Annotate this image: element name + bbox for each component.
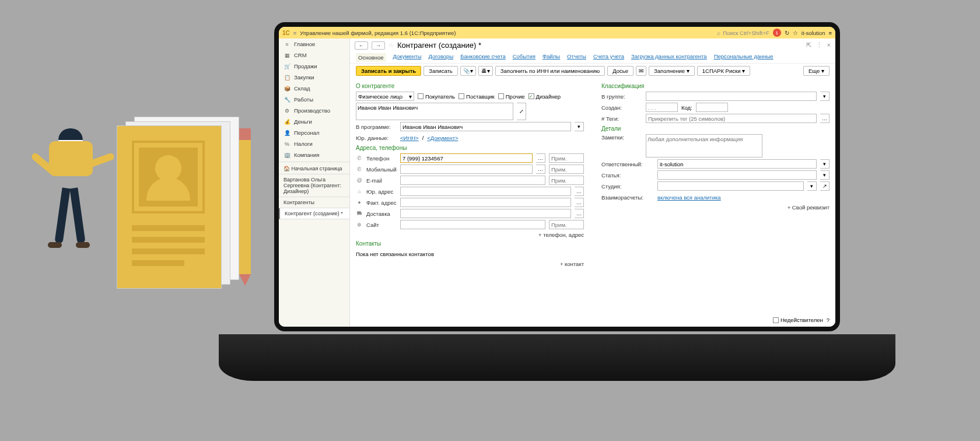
more-button[interactable]: Еще ▾: [803, 66, 830, 76]
delivery-more-icon[interactable]: …: [575, 209, 584, 218]
tab-contracts[interactable]: Договоры: [429, 53, 454, 62]
fill-inn-button[interactable]: Заполнить по ИНН или наименованию: [495, 66, 605, 76]
notification-badge[interactable]: 1: [773, 29, 781, 37]
add-requisite-link[interactable]: + Свой реквизит: [601, 204, 830, 211]
tab-events[interactable]: События: [513, 53, 536, 62]
designer-checkbox[interactable]: Дизайнер: [528, 93, 561, 100]
status-field[interactable]: [657, 170, 817, 180]
mail-button[interactable]: ✉: [636, 66, 646, 76]
delivery-field[interactable]: [400, 209, 571, 218]
save-close-button[interactable]: Записать и закрыть: [356, 66, 421, 76]
sidebar-item-warehouse[interactable]: 📦Склад: [279, 83, 349, 94]
sidebar-item-crm[interactable]: ▦CRM: [279, 50, 349, 61]
dossier-button[interactable]: Досье: [607, 66, 634, 76]
add-contact-link[interactable]: + контакт: [356, 261, 584, 267]
history-icon[interactable]: ↻: [785, 30, 789, 36]
status-label: Статья:: [601, 172, 654, 178]
tags-more-icon[interactable]: …: [820, 114, 830, 123]
tab-main[interactable]: Основное: [356, 53, 386, 62]
dropdown-icon[interactable]: ▾: [575, 122, 584, 131]
mobile-note[interactable]: [549, 164, 584, 174]
tab-personal[interactable]: Персональные данные: [714, 53, 774, 62]
email-field[interactable]: [400, 176, 545, 185]
mobile-field[interactable]: [400, 164, 533, 174]
site-note[interactable]: [549, 220, 584, 229]
user-label[interactable]: it-solution: [802, 30, 825, 36]
close-icon[interactable]: ×: [827, 41, 831, 49]
phone-note[interactable]: [549, 153, 584, 163]
phone-field[interactable]: [400, 153, 533, 163]
sidebar-item-taxes[interactable]: %Налоги: [279, 138, 349, 149]
sidebar-item-money[interactable]: 💰Деньги: [279, 116, 349, 127]
sidebar-item-purchases[interactable]: 📋Закупки: [279, 72, 349, 83]
hamburger-icon[interactable]: ≡: [293, 30, 297, 36]
sidebar-item-main[interactable]: ≡Главное: [279, 38, 349, 50]
code-field[interactable]: [696, 103, 728, 112]
sidebar-item-works[interactable]: 🔧Работы: [279, 94, 349, 105]
studio-open-icon[interactable]: ↗: [820, 181, 830, 191]
link-icon[interactable]: ⇱: [806, 41, 811, 49]
in-program-field[interactable]: [400, 122, 571, 131]
phone-more-icon[interactable]: …: [536, 153, 545, 163]
fact-addr-field[interactable]: [400, 198, 571, 207]
search-icon[interactable]: ⌕: [717, 30, 720, 36]
attach-button[interactable]: 📎▾: [460, 66, 476, 76]
sidebar-tab-contractors[interactable]: Контрагенты: [279, 197, 349, 208]
sidebar-tab-contractor1[interactable]: Вартанова Ольга Сергеевна (Контрагент: Д…: [279, 174, 349, 197]
studio-field[interactable]: [657, 181, 804, 191]
legal-addr-field[interactable]: [400, 187, 571, 196]
sidebar-item-production[interactable]: ⚙Производство: [279, 105, 349, 116]
tab-reports[interactable]: Отчеты: [567, 53, 586, 62]
help-icon[interactable]: ?: [827, 317, 830, 323]
notes-field[interactable]: [646, 134, 762, 158]
menu-icon[interactable]: ≡: [828, 30, 832, 36]
invalid-checkbox[interactable]: Недействителен: [773, 317, 823, 323]
nav-forward-button[interactable]: →: [372, 41, 385, 50]
tab-files[interactable]: Файлы: [542, 53, 560, 62]
tab-accounts[interactable]: Счета учета: [593, 53, 624, 62]
fill-button[interactable]: Заполнение ▾: [649, 66, 695, 76]
sidebar-tab-create[interactable]: Контрагент (создание) *: [279, 208, 349, 219]
other-checkbox[interactable]: Прочие: [498, 93, 525, 100]
responsible-field[interactable]: [657, 159, 817, 169]
legal-label: Юр. данные:: [356, 135, 397, 141]
nav-back-button[interactable]: ←: [355, 41, 368, 50]
site-field[interactable]: [400, 220, 545, 229]
add-phone-link[interactable]: + телефон, адрес: [356, 232, 584, 238]
supplier-checkbox[interactable]: Поставщик: [459, 93, 495, 100]
group-field[interactable]: [646, 92, 817, 101]
status-dropdown-icon[interactable]: ▾: [820, 170, 830, 180]
legal-addr-more-icon[interactable]: …: [575, 187, 584, 196]
print-button[interactable]: 🖶▾: [478, 66, 493, 76]
star-icon[interactable]: ☆: [388, 42, 394, 48]
settlements-link[interactable]: включена вся аналитика: [657, 194, 721, 201]
expand-icon[interactable]: ⤢: [517, 103, 526, 120]
spark-button[interactable]: 1СПАРК Риски ▾: [697, 66, 750, 76]
email-icon: @: [356, 177, 363, 184]
mobile-more-icon[interactable]: …: [536, 164, 545, 174]
save-button[interactable]: Записать: [424, 66, 458, 76]
search-placeholder[interactable]: Поиск Ctrl+Shift+F: [723, 30, 769, 36]
studio-dropdown-icon[interactable]: ▾: [807, 181, 817, 191]
name-field[interactable]: Иванов Иван Иванович: [356, 103, 513, 120]
sidebar-item-company[interactable]: 🏢Компания: [279, 149, 349, 160]
fact-addr-more-icon[interactable]: …: [575, 198, 584, 207]
group-dropdown-icon[interactable]: ▾: [820, 92, 830, 101]
more-icon[interactable]: ⋮: [816, 41, 822, 49]
inn-link[interactable]: <ИНН>: [400, 135, 419, 141]
sidebar-tab-home[interactable]: 🏠 Начальная страница: [279, 163, 349, 174]
tab-load[interactable]: Загрузка данных контрагента: [631, 53, 707, 62]
type-select[interactable]: Физическое лицо▾: [356, 92, 414, 101]
tab-bank[interactable]: Банковские счета: [460, 53, 505, 62]
sidebar-item-personnel[interactable]: 👤Персонал: [279, 127, 349, 138]
truck-icon: ⛟: [356, 210, 363, 217]
doc-link[interactable]: <Документ>: [427, 135, 458, 141]
responsible-dropdown-icon[interactable]: ▾: [820, 159, 830, 169]
created-field[interactable]: [646, 103, 678, 112]
tab-documents[interactable]: Документы: [393, 53, 422, 62]
buyer-checkbox[interactable]: Покупатель: [418, 93, 455, 100]
star-icon[interactable]: ☆: [793, 30, 798, 36]
tags-field[interactable]: [646, 114, 817, 123]
email-note[interactable]: [549, 176, 584, 185]
sidebar-item-sales[interactable]: 🛒Продажи: [279, 61, 349, 72]
